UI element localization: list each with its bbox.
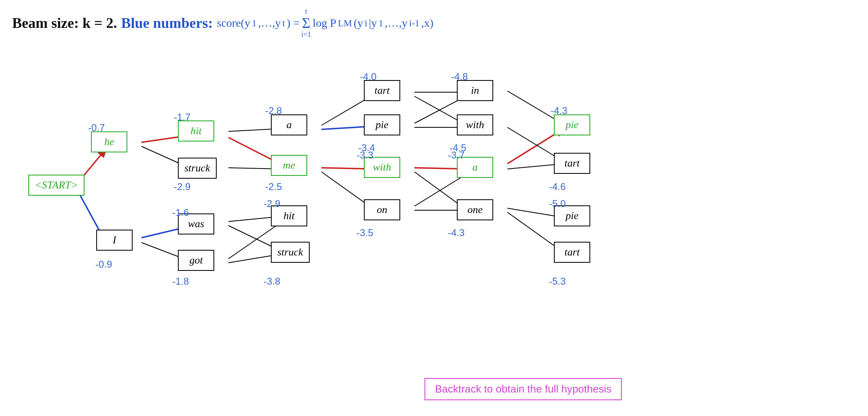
- sum-top: t: [305, 7, 307, 16]
- hit1-node: hit: [178, 120, 214, 141]
- page-header: Beam size: k = 2. Blue numbers: score(y1…: [12, 7, 433, 39]
- me-node: me: [271, 155, 307, 176]
- pie1-node: pie: [364, 114, 400, 135]
- tart3-node: tart: [554, 242, 590, 263]
- I-node: I: [96, 230, 133, 251]
- score-struck2: -3.8: [264, 276, 280, 287]
- struck2-node: struck: [271, 242, 310, 263]
- score-one1: -4.3: [448, 227, 465, 239]
- score-hit2: -2.9: [264, 198, 280, 209]
- score-tart2: -4.6: [549, 181, 566, 192]
- a1-node: a: [271, 114, 307, 135]
- struck1-node: struck: [178, 158, 217, 179]
- score-struck1: -2.9: [174, 181, 190, 192]
- start-node: <START>: [28, 175, 84, 196]
- backtrack-box: Backtrack to obtain the full hypothesis: [424, 378, 622, 400]
- score-tart1: -4.0: [360, 71, 376, 82]
- sum-symbol: Σ: [302, 16, 310, 30]
- sum-block: t Σ i=1: [301, 7, 311, 39]
- score-a2: -3.7: [448, 150, 465, 161]
- on1-node: on: [364, 199, 400, 220]
- score-tart3: -5.3: [549, 276, 566, 287]
- formula: score(y1,…,yt) = t Σ i=1 log PLM(yi|y1,……: [217, 7, 434, 39]
- pie2-node: pie: [554, 114, 590, 135]
- score-with1: -3.3: [357, 150, 373, 161]
- with2-node: with: [457, 114, 493, 135]
- score-was: -1.6: [172, 207, 189, 218]
- score-a1: -2.8: [265, 105, 282, 116]
- in1-node: in: [457, 80, 493, 101]
- score-on1: -3.5: [357, 227, 373, 239]
- arrow-canvas: [0, 0, 868, 416]
- score-got: -1.8: [172, 276, 189, 287]
- score-in1: -4.8: [451, 71, 468, 82]
- score-I: -0.9: [95, 259, 112, 270]
- one1-node: one: [457, 199, 493, 220]
- tart2-node: tart: [554, 153, 590, 174]
- score-hit1: -1.7: [174, 112, 190, 123]
- beam-size-label: Beam size: k = 2.: [12, 15, 117, 32]
- blue-numbers-label: Blue numbers:: [121, 15, 213, 32]
- score-pie2: -4.3: [551, 105, 567, 116]
- sum-bottom: i=1: [301, 30, 311, 39]
- score-me: -2.5: [265, 181, 282, 192]
- score-pie3: -5.0: [549, 198, 566, 209]
- tart1-node: tart: [364, 80, 400, 101]
- he-node: he: [91, 131, 127, 152]
- score-he: -0.7: [88, 122, 105, 133]
- got-node: got: [178, 250, 214, 271]
